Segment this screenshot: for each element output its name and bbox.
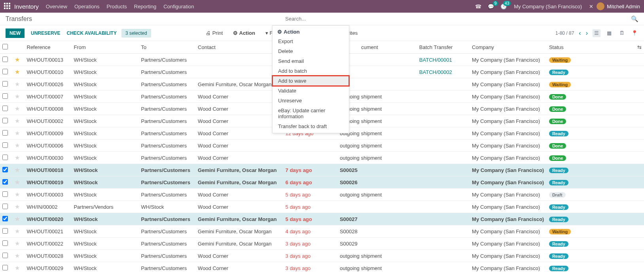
nav-item-products[interactable]: Products xyxy=(106,4,127,9)
user-menu[interactable]: Mitchell Admin xyxy=(597,2,640,10)
tray-activities-icon[interactable]: 🕓43 xyxy=(500,4,507,9)
row-checkbox[interactable] xyxy=(2,69,8,74)
row-checkbox[interactable] xyxy=(2,93,8,99)
row-checkbox[interactable] xyxy=(2,191,8,197)
pager-prev-icon[interactable]: ‹ xyxy=(579,30,581,37)
priority-star-icon[interactable]: ★ xyxy=(15,252,20,259)
print-dropdown[interactable]: 🖨 Print xyxy=(206,30,223,36)
nav-item-reporting[interactable]: Reporting xyxy=(134,4,156,9)
row-checkbox[interactable] xyxy=(2,106,8,111)
col-source[interactable]: cument xyxy=(337,41,417,54)
action-menu-item[interactable]: Transfer back to draft xyxy=(273,121,349,131)
action-dropdown[interactable]: ⚙ Action xyxy=(233,30,255,36)
search-input[interactable] xyxy=(285,16,631,22)
priority-star-icon[interactable]: ★ xyxy=(15,130,20,136)
action-menu-item[interactable]: Add to batch xyxy=(273,66,349,76)
row-checkbox[interactable] xyxy=(2,228,8,234)
cell-reference: WH/OUT/00002 xyxy=(25,115,72,127)
priority-star-icon[interactable]: ★ xyxy=(15,215,20,222)
table-row[interactable]: ★WH/OUT/00019WH/StockPartners/CustomersG… xyxy=(0,176,644,189)
nav-item-operations[interactable]: Operations xyxy=(74,4,100,9)
priority-star-icon[interactable]: ★ xyxy=(15,93,20,100)
table-row[interactable]: ★WH/OUT/00029WH/StockPartners/CustomersW… xyxy=(0,262,644,272)
table-row[interactable]: ★WH/OUT/00021WH/StockPartners/CustomersG… xyxy=(0,225,644,238)
optional-columns-icon[interactable]: ⇆ xyxy=(637,44,642,50)
action-menu-item[interactable]: Validate xyxy=(273,86,349,96)
priority-star-icon[interactable]: ★ xyxy=(15,68,20,75)
row-checkbox[interactable] xyxy=(2,179,8,185)
action-menu-item[interactable]: Send email xyxy=(273,56,349,66)
row-checkbox[interactable] xyxy=(2,253,8,258)
col-status[interactable]: Status xyxy=(547,41,628,54)
cell-batch: BATCH/00002 xyxy=(417,66,470,78)
row-checkbox[interactable] xyxy=(2,118,8,123)
row-checkbox[interactable] xyxy=(2,216,8,221)
check-availability-button[interactable]: CHECK AVAILABILITY xyxy=(66,30,116,36)
col-to[interactable]: To xyxy=(139,41,196,54)
select-all-checkbox[interactable] xyxy=(2,44,8,49)
priority-star-icon[interactable]: ★ xyxy=(15,179,20,185)
table-row[interactable]: ★WH/OUT/00003WH/StockPartners/CustomersW… xyxy=(0,189,644,201)
table-row[interactable]: ★WH/OUT/00018WH/StockPartners/CustomersG… xyxy=(0,164,644,176)
action-menu-item[interactable]: Add to wave xyxy=(273,76,349,86)
priority-star-icon[interactable]: ★ xyxy=(15,81,20,87)
priority-star-icon[interactable]: ★ xyxy=(15,105,20,112)
priority-star-icon[interactable]: ★ xyxy=(15,191,20,198)
action-menu-item[interactable]: eBay: Update carrier information xyxy=(273,106,349,121)
action-menu-item[interactable]: Unreserve xyxy=(273,96,349,106)
col-from[interactable]: From xyxy=(71,41,138,54)
view-kanban-icon[interactable]: ▦ xyxy=(605,29,613,37)
action-menu-item[interactable]: Delete xyxy=(273,46,349,56)
table-row[interactable]: ★WH/IN/00002Partners/VendorsWH/StockWood… xyxy=(0,201,644,213)
col-company[interactable]: Company xyxy=(470,41,547,54)
pager-next-icon[interactable]: › xyxy=(586,30,588,37)
table-row[interactable]: ★WH/OUT/00022WH/StockPartners/CustomersG… xyxy=(0,238,644,250)
priority-star-icon[interactable]: ★ xyxy=(15,166,20,173)
row-checkbox[interactable] xyxy=(2,240,8,246)
row-checkbox[interactable] xyxy=(2,167,8,172)
tray-voip-icon[interactable]: ☎ xyxy=(475,4,481,9)
search-box[interactable] xyxy=(285,16,631,22)
row-checkbox[interactable] xyxy=(2,265,8,270)
search-icon[interactable]: 🔍 xyxy=(631,15,638,23)
table-row[interactable]: ★WH/OUT/00028WH/StockPartners/CustomersW… xyxy=(0,250,644,262)
app-brand[interactable]: Inventory xyxy=(14,3,39,10)
priority-star-icon[interactable]: ★ xyxy=(15,240,20,247)
nav-item-overview[interactable]: Overview xyxy=(46,4,67,9)
row-checkbox[interactable] xyxy=(2,130,8,136)
table-row[interactable]: ★WH/OUT/00030WH/StockPartners/CustomersW… xyxy=(0,152,644,164)
view-map-icon[interactable]: 📍 xyxy=(631,29,638,37)
row-checkbox[interactable] xyxy=(2,142,8,148)
apps-icon[interactable] xyxy=(4,3,11,10)
nav-item-configuration[interactable]: Configuration xyxy=(163,4,194,9)
tray-messages-icon[interactable]: 💬9 xyxy=(488,4,494,9)
row-checkbox[interactable] xyxy=(2,57,8,62)
unreserve-button[interactable]: UNRESERVE xyxy=(31,30,60,36)
table-row[interactable]: ★WH/OUT/00006WH/StockPartners/CustomersW… xyxy=(0,140,644,152)
new-button[interactable]: NEW xyxy=(6,28,25,38)
priority-star-icon[interactable]: ★ xyxy=(15,56,20,63)
priority-star-icon[interactable]: ★ xyxy=(15,142,20,149)
company-switcher[interactable]: My Company (San Francisco) xyxy=(514,4,582,9)
batch-link[interactable]: BATCH/00001 xyxy=(419,57,452,63)
col-reference[interactable]: Reference xyxy=(25,41,72,54)
cell-source: outgoing shipment xyxy=(337,189,417,201)
priority-star-icon[interactable]: ★ xyxy=(15,154,20,161)
col-batch[interactable]: Batch Transfer xyxy=(417,41,470,54)
view-calendar-icon[interactable]: 🗓 xyxy=(618,29,626,37)
col-contact[interactable]: Contact xyxy=(195,41,283,54)
batch-link[interactable]: BATCH/00002 xyxy=(419,69,452,75)
priority-star-icon[interactable]: ★ xyxy=(15,228,20,234)
debug-icon[interactable]: ✕ xyxy=(589,4,593,9)
priority-star-icon[interactable]: ★ xyxy=(15,203,20,210)
selection-count[interactable]: 3 selected xyxy=(121,29,151,38)
row-checkbox[interactable] xyxy=(2,204,8,209)
view-list-icon[interactable]: ☰ xyxy=(593,29,600,37)
row-checkbox[interactable] xyxy=(2,155,8,160)
priority-star-icon[interactable]: ★ xyxy=(15,117,20,124)
row-checkbox[interactable] xyxy=(2,81,8,87)
action-menu-item[interactable]: Export xyxy=(273,36,349,46)
priority-star-icon[interactable]: ★ xyxy=(15,264,20,271)
table-row[interactable]: ★WH/OUT/00020WH/StockPartners/CustomersG… xyxy=(0,213,644,225)
pager[interactable]: 1-80 / 87 xyxy=(555,30,574,36)
